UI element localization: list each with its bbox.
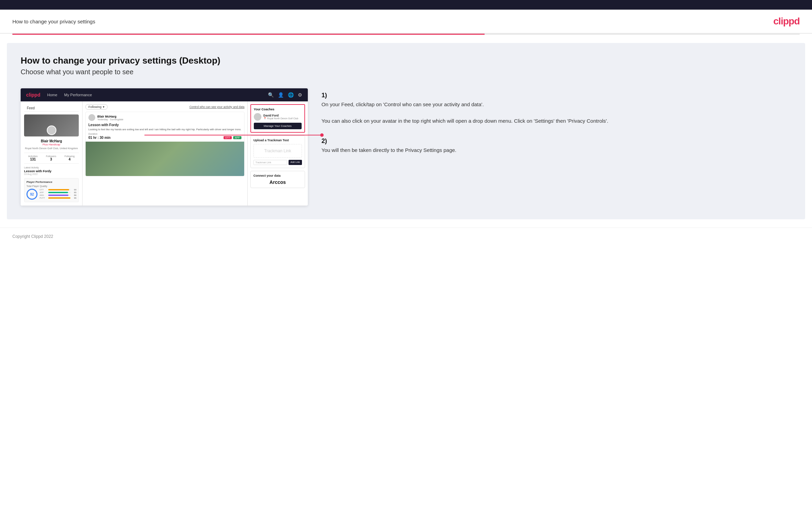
app-body: Feed Blair McHarg Plus Handicap Royal No… [21,101,308,206]
footer: Copyright Clippd 2022 [0,228,812,245]
instruction-1-number: 1) [322,92,791,99]
coach-row: David Ford 📍 Royal North Devon Golf Club [254,113,302,121]
control-privacy-link[interactable]: Control who can see your activity and da… [190,105,245,109]
quality-bars: OTT 90 APP [40,189,76,200]
stat-followers: Followers 3 [46,155,56,161]
trackman-input-row: Trackman Link Add Link [253,160,302,165]
trackman-add-button[interactable]: Add Link [289,160,302,165]
annotation-dot [320,133,324,137]
bar-app-fill [48,192,68,193]
instruction-1: 1) On your Feed, click/tap on 'Control w… [322,92,791,125]
avatar-icon[interactable]: ⚙ [298,92,302,98]
connect-brand: Arccos [253,179,302,185]
following-button[interactable]: Following ▾ [85,104,108,110]
trackman-link-input[interactable]: Trackman Link [253,160,287,165]
duration-value: 01 hr : 30 min [88,136,110,140]
post-image [86,142,244,176]
bar-arg-score: 86 [72,194,76,196]
profile-banner [24,114,79,136]
app-right-panel: Your Coaches David Ford 📍 Royal North De… [248,101,308,206]
avatar [47,125,56,135]
feed-tab[interactable]: Feed [24,105,79,112]
nav-item-performance[interactable]: My Performance [64,93,92,97]
quality-row: 92 OTT 90 [26,189,76,200]
app-nav: clippd Home My Performance 🔍 👤 🌐 ⚙ [21,88,308,101]
bar-arg: ARG 86 [40,194,76,196]
bar-ott: OTT 90 [40,189,76,191]
duration-row: 01 hr : 30 min OTT APP [88,136,241,140]
stat-activities-val: 131 [28,157,38,161]
post-author-avatar [88,114,95,121]
content-columns: clippd Home My Performance 🔍 👤 🌐 ⚙ Feed [21,88,791,206]
app-screenshot: clippd Home My Performance 🔍 👤 🌐 ⚙ Feed [21,88,308,206]
stat-activities: Activities 131 [28,155,38,161]
bar-app-track [48,192,71,193]
breadcrumb: How to change your privacy settings [12,19,95,24]
search-icon[interactable]: 🔍 [268,92,274,98]
following-row: Following ▾ Control who can see your act… [85,104,245,110]
bar-putt-fill [48,197,71,199]
bar-putt-score: 96 [72,197,76,199]
stat-followers-label: Followers [46,155,56,157]
trackman-placeholder: Trackman Link [253,144,302,158]
chevron-down-icon: ▾ [103,105,105,109]
top-bar [0,0,812,10]
post-author-info: Blair McHarg Yesterday · Sunningdale [97,115,123,121]
page-heading: How to change your privacy settings (Des… [21,55,791,66]
instructions-panel: 1) On your Feed, click/tap on 'Control w… [322,88,791,167]
post-badges: OTT APP [224,136,241,139]
globe-icon[interactable]: 🌐 [288,92,294,98]
stat-following-label: Following [64,155,75,157]
bar-ott-label: OTT [40,189,47,191]
trackman-title: Upload a Trackman Test [253,139,302,142]
bar-app-label: APP [40,191,47,194]
badge-ott: OTT [224,136,232,139]
profile-subtitle: Plus Handicap [24,143,79,146]
bar-ott-track [48,189,71,190]
performance-title: Player Performance [26,180,76,184]
bar-app-score: 85 [72,191,76,194]
app-screenshot-wrapper: clippd Home My Performance 🔍 👤 🌐 ⚙ Feed [21,88,308,206]
latest-activity: Lesson with Fordy [24,169,79,173]
coach-club-name: Royal North Devon Golf Club [267,117,298,120]
manage-coaches-button[interactable]: Manage Your Coaches [254,123,302,129]
stat-activities-label: Activities [28,155,38,157]
connect-box: Connect your data Arccos [250,171,305,188]
nav-item-home[interactable]: Home [47,93,57,97]
post-card: Blair McHarg Yesterday · Sunningdale Les… [85,112,245,176]
coaches-box: Your Coaches David Ford 📍 Royal North De… [250,104,305,133]
instruction-2: 2) You will then be taken directly to th… [322,137,791,154]
coaches-title: Your Coaches [254,108,302,111]
page-subheading: Choose what you want people to see [21,68,791,76]
app-nav-logo: clippd [26,92,40,98]
nav-icons: 🔍 👤 🌐 ⚙ [268,92,302,98]
person-icon[interactable]: 👤 [278,92,284,98]
bar-app: APP 85 [40,191,76,194]
bar-ott-fill [48,189,69,190]
coach-name: David Ford [263,114,298,117]
header-divider [12,34,800,35]
stat-following: Following 4 [64,155,75,161]
bar-arg-track [48,195,71,196]
coach-info: David Ford 📍 Royal North Devon Golf Club [263,114,298,120]
connect-title: Connect your data [253,174,302,177]
post-description: Looking to feel like my hands are exitin… [88,128,241,131]
app-sidebar: Feed Blair McHarg Plus Handicap Royal No… [21,101,83,206]
profile-stats: Activities 131 Followers 3 Following 4 [24,153,79,164]
stat-following-val: 4 [64,157,75,161]
bar-putt: PUTT 96 [40,197,76,199]
badge-app: APP [233,136,241,139]
app-feed-panel: Following ▾ Control who can see your act… [83,101,248,206]
annotation-line [144,135,322,135]
post-author-name: Blair McHarg [97,115,123,118]
quality-label: Total Player Quality [26,185,76,187]
coach-avatar [254,113,261,121]
header: How to change your privacy settings clip… [0,10,812,34]
location-icon: 📍 [263,117,267,120]
post-author-meta: Yesterday · Sunningdale [97,118,123,121]
post-title: Lesson with Fordy [88,123,241,127]
coach-club: 📍 Royal North Devon Golf Club [263,117,298,120]
instruction-2-number: 2) [322,137,791,145]
quality-score: 92 [26,189,37,200]
bar-ott-score: 90 [72,189,76,191]
